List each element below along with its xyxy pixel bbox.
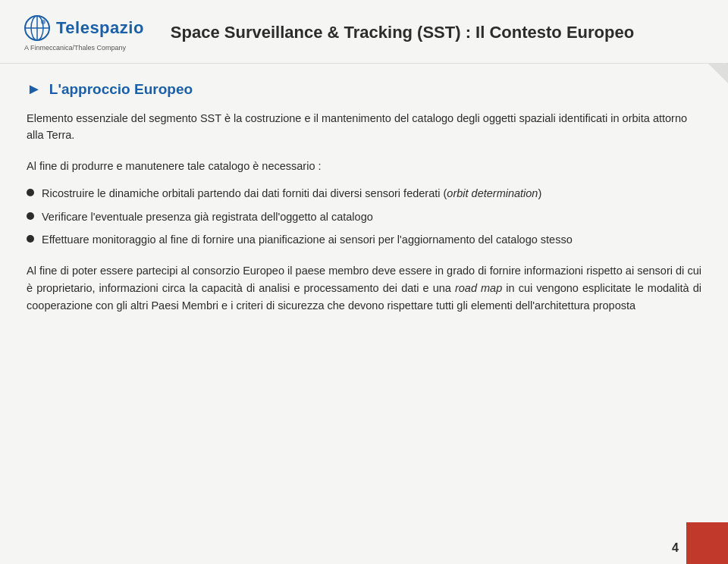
section-heading: ► L'approccio Europeo [27, 80, 701, 98]
intro-paragraph: Elemento essenziale del segmento SST è l… [27, 110, 701, 144]
page-number: 4 [672, 541, 679, 555]
bullet-list: Ricostruire le dinamiche orbitali parten… [27, 185, 701, 248]
list-item: Effettuare monitoraggio al fine di forni… [27, 231, 701, 248]
svg-point-12 [41, 20, 46, 24]
sub-intro-paragraph: Al fine di produrre e manutenere tale ca… [27, 158, 701, 174]
orbit-determination-text: orbit determination [447, 187, 538, 199]
logo-subtitle-text: A Finmeccanica/Thales Company [23, 44, 144, 52]
header: Telespazio A Finmeccanica/Thales Company… [0, 0, 728, 64]
list-item: Verificare l'eventuale presenza già regi… [27, 208, 701, 225]
logo-brand-text: Telespazio [56, 18, 144, 38]
road-map-text: road map [455, 282, 502, 294]
logo-text: Telespazio [23, 14, 144, 42]
telespazio-logo-icon [23, 14, 52, 42]
bullet-text-1: Ricostruire le dinamiche orbitali parten… [42, 185, 701, 202]
bullet-text-2: Verificare l'eventuale presenza già regi… [42, 208, 701, 225]
heading-arrow-icon: ► [27, 80, 42, 98]
logo-area: Telespazio A Finmeccanica/Thales Company [23, 14, 144, 52]
section-heading-text: L'approccio Europeo [49, 81, 193, 98]
closing-paragraph: Al fine di poter essere partecipi al con… [27, 262, 701, 315]
list-item: Ricostruire le dinamiche orbitali parten… [27, 185, 701, 202]
corner-decoration-bottom [686, 522, 728, 564]
bullet-dot-icon [27, 212, 34, 220]
bullet-dot-icon [27, 235, 34, 243]
bullet-text-3: Effettuare monitoraggio al fine di forni… [42, 231, 701, 248]
main-content: ► L'approccio Europeo Elemento essenzial… [0, 64, 728, 330]
bullet-dot-icon [27, 189, 34, 196]
header-title: Space Surveillance & Tracking (SST) : Il… [171, 23, 705, 42]
